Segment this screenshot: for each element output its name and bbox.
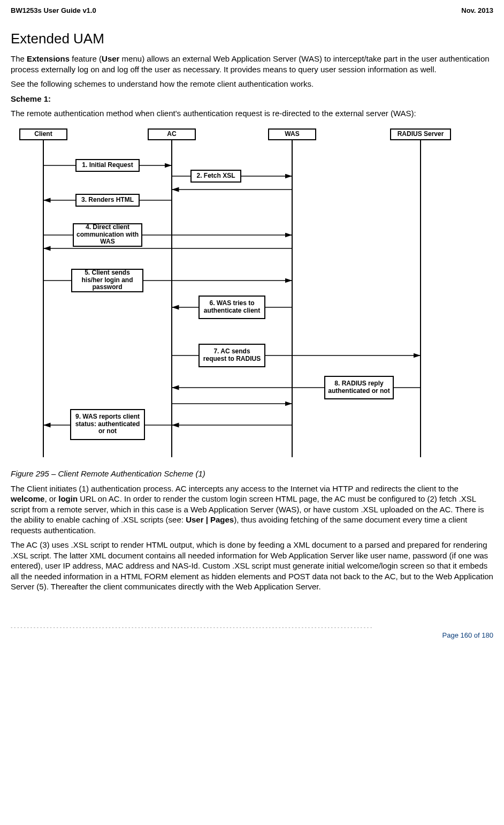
figure-caption: Figure 295 – Client Remote Authenticatio…: [11, 469, 493, 478]
doc-date-header: Nov. 2013: [461, 6, 493, 14]
text-bold: User: [102, 54, 119, 63]
text-bold: User | Pages: [186, 515, 234, 524]
section-heading: Extended UAM: [11, 31, 493, 47]
paragraph: The Client initiates (1) authentication …: [11, 483, 493, 536]
step-5-label: 5. Client sends his/her login and passwo…: [71, 269, 143, 292]
step-4-label: 4. Direct client communication with WAS: [73, 223, 142, 247]
text: The: [11, 54, 27, 63]
text-bold: login: [58, 494, 78, 503]
step-1-label: 1. Initial Request: [75, 159, 140, 172]
page-number: Page 160 of 180: [11, 631, 493, 639]
lifeline-was: WAS: [268, 128, 316, 140]
text: feature (: [70, 54, 102, 63]
step-7-label: 7. AC sends request to RADIUS: [198, 344, 265, 367]
sequence-diagram: Client AC WAS RADIUS Server 1. Initial R…: [14, 125, 463, 463]
step-9-label: 9. WAS reports client status: authentica…: [70, 409, 145, 440]
paragraph: See the following schemes to understand …: [11, 79, 493, 89]
step-8-label: 8. RADIUS reply authenticated or not: [324, 376, 394, 399]
lifeline-client: Client: [19, 128, 67, 140]
doc-title-header: BW1253s User Guide v1.0: [11, 6, 96, 14]
text: The Client initiates (1) authentication …: [11, 484, 459, 493]
scheme-label: Scheme 1:: [11, 94, 493, 104]
text-bold: Extensions: [27, 54, 70, 63]
lifeline-ac: AC: [148, 128, 196, 140]
step-2-label: 2. Fetch XSL: [190, 170, 241, 183]
text-bold: welcome: [11, 494, 44, 503]
intro-paragraph: The Extensions feature (User menu) allow…: [11, 54, 493, 74]
paragraph: The remote authentication method when cl…: [11, 108, 493, 119]
footer-separator: - - - - - - - - - - - - - - - - - - - - …: [11, 624, 493, 630]
step-6-label: 6. WAS tries to authenticate client: [198, 296, 265, 319]
paragraph: The AC (3) uses .XSL script to render HT…: [11, 540, 493, 592]
page-header: BW1253s User Guide v1.0 Nov. 2013: [11, 6, 493, 14]
text: , or: [44, 494, 58, 503]
lifeline-radius: RADIUS Server: [390, 128, 451, 140]
step-3-label: 3. Renders HTML: [75, 194, 140, 207]
